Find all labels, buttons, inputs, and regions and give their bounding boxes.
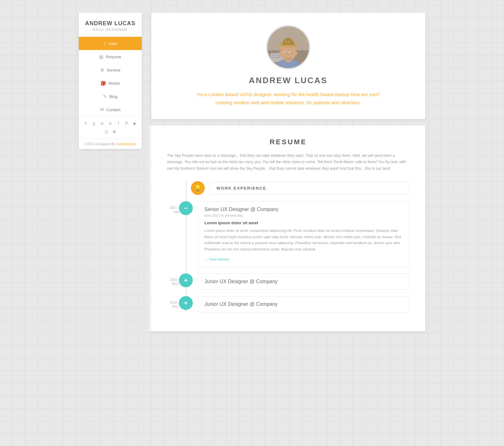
blog-icon: ✎ [103, 94, 107, 99]
nav-label-blog: Blog [109, 94, 117, 99]
job-card-junior-2: Junior UX Designer @ Company [198, 296, 410, 312]
works-icon: 🎒 [100, 81, 106, 86]
year-2010-2011-1: 2010 - 2011 [167, 273, 179, 286]
svg-point-17 [290, 52, 292, 54]
svg-point-19 [295, 51, 297, 55]
pinterest-icon[interactable]: P [123, 120, 130, 127]
svg-rect-7 [272, 57, 274, 58]
sidebar-header: ANDREW LUCAS UX/UI DESIGNER [79, 13, 142, 37]
svg-rect-4 [275, 55, 278, 56]
nav-label-contact: Contact [106, 107, 121, 112]
nav-link-intro[interactable]: ⌂ Intro [79, 37, 142, 50]
sidebar-title: UX/UI DESIGNER [84, 28, 137, 31]
job-period-senior: from 2011 to present day [204, 214, 403, 217]
nav-item-blog[interactable]: ✎ Blog [79, 90, 142, 103]
service-icon: ⚙ [100, 67, 104, 72]
expand-dot-junior-2[interactable] [179, 296, 193, 310]
nav-link-resume[interactable]: ▤ Resume [79, 50, 142, 63]
svg-point-18 [279, 51, 282, 55]
nav-label-resume: Resume [106, 54, 121, 59]
twitter-icon[interactable]: 𝕏 [83, 120, 89, 127]
nav-link-blog[interactable]: ✎ Blog [79, 90, 142, 103]
home-icon: ⌂ [104, 41, 106, 46]
page-wrapper: ANDREW LUCAS UX/UI DESIGNER ⌂ Intro ▤ Re… [79, 13, 425, 331]
svg-rect-9 [278, 57, 280, 58]
sidebar-social: 𝕏 g in ⊙ f P ▶ ◫ ✿ [79, 116, 142, 139]
sidebar: ANDREW LUCAS UX/UI DESIGNER ⌂ Intro ▤ Re… [79, 13, 142, 149]
sidebar-name: ANDREW LUCAS [84, 20, 137, 27]
avatar-illustration [267, 26, 309, 68]
nav-label-intro: Intro [109, 41, 117, 46]
job-card-junior-1: Junior UX Designer @ Company [198, 273, 410, 290]
year-2011-now: 2011 - now [167, 201, 179, 214]
expand-dot-junior-1[interactable] [179, 273, 193, 287]
footer-link[interactable]: metothemes [117, 142, 136, 146]
resume-icon: ▤ [99, 54, 103, 59]
github-icon[interactable]: ⊙ [107, 120, 113, 127]
svg-point-16 [286, 52, 287, 54]
contact-icon: ✉ [100, 107, 104, 112]
nav-item-works[interactable]: 🎒 Works [79, 77, 142, 90]
work-experience-label: WORK EXPERIENCE [210, 182, 410, 195]
view-website-link[interactable]: View website [204, 257, 229, 261]
nav-item-resume[interactable]: ▤ Resume [79, 50, 142, 63]
instagram-icon[interactable]: ◫ [103, 129, 109, 135]
job-title-senior: Senior UX Designer @ Company [204, 207, 403, 212]
nav-link-works[interactable]: 🎒 Works [79, 77, 142, 90]
timeline-entry-junior-1: 2010 - 2011 Junior UX Designer @ Company [167, 273, 410, 290]
nav-link-service[interactable]: ⚙ Service [79, 63, 142, 77]
svg-rect-22 [186, 278, 186, 282]
main-content: ANDREW LUCAS I'm a London based UX/UI de… [151, 13, 425, 331]
footer-text: ©2013 Designed By [85, 142, 117, 146]
gplus-icon[interactable]: g [91, 120, 97, 127]
resume-section: RESUME The Sky People have sent us a mes… [151, 125, 425, 331]
vimeo-icon[interactable]: ▶ [132, 120, 138, 127]
sidebar-nav: ⌂ Intro ▤ Resume ⚙ Service 🎒 Work [79, 37, 142, 116]
intro-bio: I'm a London based UX/UI designer, worki… [194, 90, 383, 106]
dribbble-icon[interactable]: ✿ [111, 129, 117, 135]
plus-icon-2 [183, 300, 189, 306]
minus-icon [183, 205, 189, 211]
nav-label-works: Works [108, 81, 120, 86]
sidebar-footer: ©2013 Designed By metothemes [79, 139, 142, 149]
nav-item-contact[interactable]: ✉ Contact [79, 103, 142, 116]
job-card-senior: Senior UX Designer @ Company from 2011 t… [198, 201, 410, 267]
svg-rect-24 [186, 301, 186, 305]
job-subtitle-senior: Lorem ipsum dolor sit amet [204, 220, 403, 225]
avatar [266, 25, 310, 69]
timeline-entry-junior-2: 2010 - 2011 Junior UX Designer @ Company [167, 296, 410, 312]
nav-label-service: Service [107, 68, 120, 72]
resume-title: RESUME [167, 138, 410, 146]
intro-section: ANDREW LUCAS I'm a London based UX/UI de… [151, 13, 425, 119]
timeline-entry-senior: 2011 - now Senior UX Designer @ Company … [167, 201, 410, 267]
job-title-junior-1: Junior UX Designer @ Company [204, 279, 278, 284]
facebook-icon[interactable]: f [115, 120, 122, 127]
year-2010-2011-2: 2010 - 2011 [167, 296, 179, 309]
svg-rect-3 [272, 55, 274, 56]
nav-item-intro[interactable]: ⌂ Intro [79, 37, 142, 50]
nav-link-contact[interactable]: ✉ Contact [79, 103, 142, 116]
work-experience-icon: 💡 [191, 181, 205, 195]
timeline-header-work: 💡 WORK EXPERIENCE [167, 181, 410, 195]
job-description-senior: Lorem ipsum dolor sit amet, consectetur … [204, 228, 403, 252]
svg-rect-20 [184, 208, 188, 209]
linkedin-icon[interactable]: in [99, 120, 105, 127]
intro-name: ANDREW LUCAS [170, 76, 406, 85]
svg-rect-8 [275, 57, 278, 58]
resume-intro: The Sky People have sent us a message...… [167, 152, 410, 172]
timeline-section: 💡 WORK EXPERIENCE 2011 - now Senior UX D… [167, 181, 410, 312]
job-title-junior-2: Junior UX Designer @ Company [204, 301, 278, 307]
plus-icon-1 [183, 277, 189, 283]
nav-item-service[interactable]: ⚙ Service [79, 63, 142, 77]
collapse-dot-senior[interactable] [179, 201, 193, 215]
